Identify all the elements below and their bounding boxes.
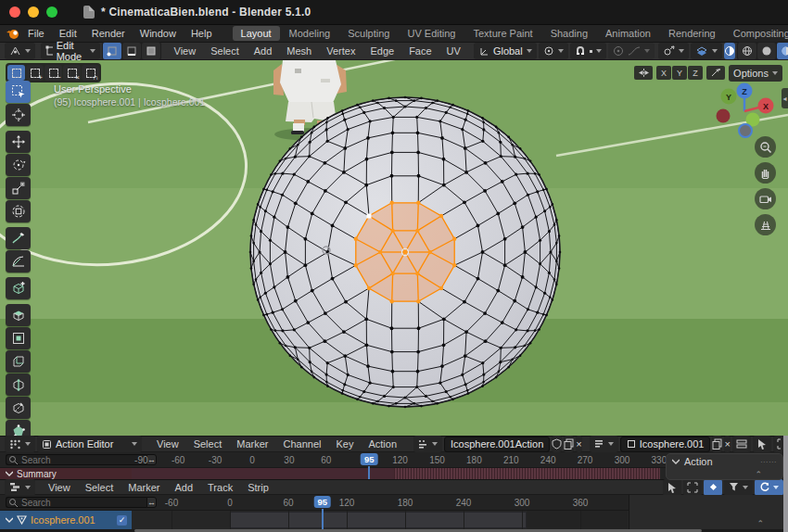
solid-shading-button[interactable] bbox=[757, 43, 776, 59]
slot-selector[interactable] bbox=[590, 436, 618, 452]
proportional-edit-toggle[interactable] bbox=[608, 43, 655, 59]
tool-cursor-3d[interactable] bbox=[6, 104, 31, 126]
dope-menu-view[interactable]: View bbox=[149, 437, 186, 451]
slot-name-field[interactable]: Icosphere.001 bbox=[620, 437, 711, 452]
track-checkbox[interactable]: ✓ bbox=[117, 515, 127, 526]
blender-logo-icon[interactable] bbox=[6, 28, 20, 40]
only-selected-icon[interactable] bbox=[753, 436, 771, 452]
tool-bevel[interactable] bbox=[6, 350, 31, 373]
expand-channels-button[interactable]: ↔ bbox=[146, 454, 157, 465]
viewport-3d[interactable]: +−×∩ XYZ Options User Perspective (95) I… bbox=[0, 60, 788, 436]
tool-knife[interactable] bbox=[6, 397, 31, 419]
camera-view-button[interactable] bbox=[755, 188, 776, 209]
tool-inset-faces[interactable] bbox=[6, 327, 31, 349]
select-mode-intersect[interactable]: ∩ bbox=[82, 65, 99, 81]
unlink-action-button[interactable]: × bbox=[576, 436, 581, 452]
nla-panel-collapse-arrow[interactable]: ⌃ bbox=[756, 519, 764, 528]
editor-type-selector[interactable] bbox=[5, 43, 35, 59]
select-mode-set[interactable] bbox=[7, 65, 25, 81]
vertex-select-button[interactable] bbox=[103, 43, 121, 59]
summary-channel[interactable]: Summary bbox=[0, 468, 132, 479]
tab-texture-paint[interactable]: Texture Paint bbox=[464, 26, 540, 41]
action-side-panel[interactable]: Action ⋯⋯ ⌃ bbox=[666, 453, 783, 480]
viewport-menu-select[interactable]: Select bbox=[203, 44, 247, 58]
dope-menu-select[interactable]: Select bbox=[186, 437, 230, 451]
select-mode-invert[interactable]: × bbox=[63, 65, 81, 81]
nla-menu-track[interactable]: Track bbox=[200, 480, 240, 495]
tool-rotate[interactable] bbox=[6, 154, 31, 176]
tool-measure[interactable] bbox=[6, 250, 31, 272]
viewport-menu-edge[interactable]: Edge bbox=[362, 44, 401, 58]
dope-editor-type-selector[interactable] bbox=[5, 436, 35, 452]
nla-playhead[interactable] bbox=[322, 509, 324, 529]
show-overlays-toggle[interactable] bbox=[691, 43, 722, 59]
pivot-point-selector[interactable] bbox=[539, 43, 568, 59]
nla-menu-marker[interactable]: Marker bbox=[121, 480, 167, 495]
panel-collapse-arrow[interactable]: ⌃ bbox=[755, 470, 762, 479]
tab-compositing[interactable]: Compositing bbox=[725, 26, 788, 41]
nla-frame-selected-icon[interactable] bbox=[683, 479, 702, 496]
nla-menu-add[interactable]: Add bbox=[167, 480, 200, 495]
fake-user-button[interactable] bbox=[552, 436, 562, 452]
wireframe-shading-button[interactable] bbox=[738, 43, 756, 59]
face-select-button[interactable] bbox=[142, 43, 160, 59]
viewport-menu-view[interactable]: View bbox=[167, 44, 204, 58]
minimize-window-button[interactable] bbox=[28, 6, 39, 18]
duplicate-slot-button[interactable] bbox=[712, 436, 722, 452]
show-gizmo-toggle[interactable] bbox=[658, 43, 689, 59]
tab-rendering[interactable]: Rendering bbox=[660, 26, 724, 41]
orthographic-toggle-button[interactable] bbox=[755, 214, 776, 235]
nla-side-panel[interactable]: ⌃ bbox=[629, 495, 784, 529]
nla-frame-tag[interactable]: 95 bbox=[313, 496, 331, 508]
navigation-gizmo[interactable]: Z Y X bbox=[707, 74, 782, 144]
close-window-button[interactable] bbox=[9, 6, 20, 18]
summary-keyframes[interactable] bbox=[394, 468, 660, 479]
nla-auto-snap-dropdown[interactable] bbox=[755, 479, 783, 496]
xray-toggle[interactable] bbox=[724, 43, 735, 59]
nla-only-selected-icon[interactable] bbox=[663, 479, 681, 496]
nla-action-strip[interactable] bbox=[230, 512, 527, 528]
nla-filter-dropdown[interactable] bbox=[724, 479, 753, 496]
tool-scale[interactable] bbox=[6, 177, 31, 199]
dope-frame-tag[interactable]: 95 bbox=[361, 453, 378, 465]
material-preview-button[interactable] bbox=[777, 43, 788, 59]
dope-menu-channel[interactable]: Channel bbox=[275, 437, 328, 451]
dope-mode-selector[interactable]: Action Editor bbox=[37, 436, 142, 452]
select-mode-extend[interactable]: + bbox=[26, 65, 44, 81]
menu-window[interactable]: Window bbox=[133, 26, 184, 41]
nla-menu-select[interactable]: Select bbox=[78, 480, 121, 495]
snap-toggle[interactable] bbox=[570, 43, 606, 59]
nla-keyframe-icon[interactable] bbox=[704, 479, 722, 496]
mirror-axis-z[interactable]: Z bbox=[688, 66, 703, 80]
tab-shading[interactable]: Shading bbox=[542, 26, 596, 41]
menu-edit[interactable]: Edit bbox=[52, 26, 84, 41]
nla-search-input[interactable] bbox=[6, 497, 146, 508]
tab-animation[interactable]: Animation bbox=[597, 26, 659, 41]
zoom-button[interactable] bbox=[755, 136, 776, 158]
mirror-axis-y[interactable]: Y bbox=[672, 66, 687, 80]
tab-modeling[interactable]: Modeling bbox=[281, 26, 339, 41]
tab-layout[interactable]: Layout bbox=[233, 26, 280, 41]
tool-annotate[interactable] bbox=[6, 227, 31, 249]
select-mode-subtract[interactable]: − bbox=[44, 65, 62, 81]
icosphere-mesh[interactable] bbox=[0, 60, 788, 436]
viewport-menu-mesh[interactable]: Mesh bbox=[279, 44, 319, 58]
mirror-icon[interactable] bbox=[634, 66, 653, 80]
tool-extrude-region[interactable] bbox=[6, 304, 31, 326]
tool-transform[interactable] bbox=[6, 200, 31, 222]
dope-menu-action[interactable]: Action bbox=[361, 437, 404, 451]
fullscreen-window-button[interactable] bbox=[46, 6, 57, 18]
viewport-menu-add[interactable]: Add bbox=[247, 44, 280, 58]
dope-search-input[interactable] bbox=[6, 454, 146, 465]
pan-hand-button[interactable] bbox=[755, 162, 776, 184]
tab-sculpting[interactable]: Sculpting bbox=[339, 26, 398, 41]
tool-loop-cut[interactable] bbox=[6, 374, 31, 396]
viewport-menu-vertex[interactable]: Vertex bbox=[319, 44, 362, 58]
nla-expand-button[interactable]: ↔ bbox=[146, 497, 157, 508]
menu-render[interactable]: Render bbox=[84, 26, 133, 41]
mirror-axis-x[interactable]: X bbox=[656, 66, 671, 80]
panel-grip[interactable]: ⋯⋯ bbox=[760, 458, 777, 466]
nla-menu-strip[interactable]: Strip bbox=[240, 480, 276, 495]
tool-select-box[interactable] bbox=[6, 81, 31, 103]
edge-select-button[interactable] bbox=[122, 43, 141, 59]
